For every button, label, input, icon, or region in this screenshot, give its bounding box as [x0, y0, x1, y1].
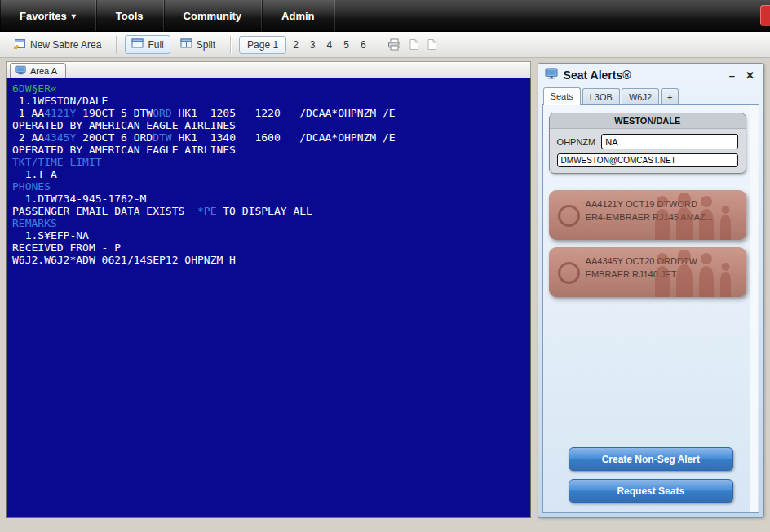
- page-tab-2[interactable]: 2: [288, 37, 303, 53]
- notification-badge: [760, 5, 770, 26]
- toolbar-separator: [116, 36, 117, 54]
- terminal-line: 1.DTW734-945-1762-M: [12, 193, 524, 205]
- new-window-icon: [13, 38, 26, 51]
- application-window: Favorites▾ToolsCommunityAdmin New Sabre …: [0, 0, 770, 532]
- terminal-line: PHONES: [12, 180, 524, 193]
- monitor-icon: [15, 65, 26, 77]
- seat-alert-card[interactable]: AA4345Y OCT20 ORDDTWEMBRAER RJ140 JET: [549, 247, 746, 297]
- menu-items: Favorites▾ToolsCommunityAdmin: [0, 0, 335, 31]
- menu-item-tools[interactable]: Tools: [96, 0, 164, 31]
- menu-item-admin[interactable]: Admin: [262, 0, 334, 31]
- page-tabs: Page 123456: [239, 36, 370, 54]
- seat-alerts-panel: Seat Alerts® – ✕ SeatsL3OBW6J2+ WESTON/D…: [538, 63, 764, 518]
- terminal-area: Area A 6DW§ER« 1.1WESTON/DALE 1 AA4121Y …: [6, 61, 531, 518]
- tab-w6j2[interactable]: W6J2: [622, 88, 659, 104]
- seat-alert-card[interactable]: AA4121Y OCT19 DTWORDER4-EMBRAER RJ145 AM…: [549, 190, 746, 240]
- new-sabre-area-button[interactable]: New Sabre Area: [7, 35, 108, 55]
- split-view-label: Split: [197, 39, 215, 51]
- terminal-line: OPERATED BY AMERICAN EAGLE AIRLINES: [12, 119, 524, 131]
- page-tab-page-1[interactable]: Page 1: [239, 36, 286, 54]
- pnr-box: WESTON/DALE OHPNZM: [549, 113, 746, 174]
- page-tab-5[interactable]: 5: [339, 37, 354, 53]
- page-tab-3[interactable]: 3: [305, 37, 321, 53]
- terminal-line: OPERATED BY AMERICAN EAGLE AIRLINES: [12, 144, 524, 156]
- main-content: Area A 6DW§ER« 1.1WESTON/DALE 1 AA4121Y …: [0, 58, 770, 518]
- terminal-line: TKT/TIME LIMIT: [12, 156, 524, 168]
- terminal-line: 2 AA4345Y 20OCT 6 ORDDTW HK1 1340 1600 /…: [12, 131, 524, 144]
- toolbar-separator: [230, 36, 231, 54]
- toolbar: New Sabre Area Full Split Page 123456: [0, 32, 770, 58]
- scrollbar[interactable]: [750, 106, 758, 512]
- terminal-line: 1 AA4121Y 19OCT 5 DTWORD HK1 1205 1220 /…: [12, 107, 524, 119]
- panel-buttons: Create Non-Seg Alert Request Seats: [549, 447, 753, 506]
- email-input[interactable]: [557, 153, 738, 167]
- terminal-line: 6DW§ER«: [12, 82, 524, 95]
- minimize-button[interactable]: –: [727, 69, 737, 82]
- alert-radio-circle[interactable]: [558, 205, 580, 227]
- terminal-tab-label: Area A: [30, 66, 57, 76]
- terminal-line: REMARKS: [12, 217, 524, 229]
- toolbar-icons: [387, 38, 437, 51]
- terminal-line: 1.1WESTON/DALE: [12, 95, 524, 107]
- record-locator: OHPNZM: [557, 137, 596, 147]
- panel-tabs: SeatsL3OBW6J2+: [538, 85, 763, 104]
- tab-area-a[interactable]: Area A: [10, 63, 66, 78]
- page-tab-4[interactable]: 4: [322, 37, 338, 53]
- printer-icon[interactable]: [387, 38, 401, 51]
- terminal-line: 1.S¥EFP-NA: [12, 229, 524, 242]
- tab-l3ob[interactable]: L3OB: [582, 88, 620, 104]
- new-sabre-area-label: New Sabre Area: [30, 39, 101, 51]
- pnr-field-input[interactable]: [601, 134, 738, 149]
- menu-item-favorites[interactable]: Favorites▾: [0, 0, 96, 31]
- top-menu-bar: Favorites▾ToolsCommunityAdmin: [0, 0, 770, 32]
- close-icon[interactable]: ✕: [743, 69, 757, 82]
- family-silhouette-icon: [648, 248, 745, 297]
- terminal-screen[interactable]: 6DW§ER« 1.1WESTON/DALE 1 AA4121Y 19OCT 5…: [6, 78, 531, 518]
- chevron-down-icon: ▾: [72, 11, 76, 20]
- alert-list: AA4121Y OCT19 DTWORDER4-EMBRAER RJ145 AM…: [549, 190, 746, 297]
- full-view-button[interactable]: Full: [125, 35, 170, 54]
- panel-header: Seat Alerts® – ✕: [538, 64, 763, 85]
- terminal-line: W6J2.W6J2*ADW 0621/14SEP12 OHPNZM H: [12, 254, 524, 266]
- passenger-name: WESTON/DALE: [550, 113, 746, 129]
- page-tab-6[interactable]: 6: [356, 37, 371, 53]
- monitor-icon: [545, 68, 558, 82]
- family-silhouette-icon: [648, 191, 745, 240]
- terminal-tab-strip: Area A: [6, 61, 531, 78]
- full-window-icon: [131, 38, 144, 51]
- menu-item-label: Tools: [116, 10, 144, 22]
- alert-radio-circle[interactable]: [558, 262, 580, 284]
- request-seats-button[interactable]: Request Seats: [569, 479, 733, 503]
- terminal-line: RECEIVED FROM - P: [12, 242, 524, 254]
- split-view-button[interactable]: Split: [174, 35, 222, 54]
- split-window-icon: [180, 38, 192, 51]
- menu-item-community[interactable]: Community: [164, 0, 263, 31]
- tab-add[interactable]: +: [661, 88, 679, 104]
- panel-body: WESTON/DALE OHPNZM AA4121Y OCT19 DTWORDE…: [542, 104, 759, 513]
- create-non-seg-alert-button[interactable]: Create Non-Seg Alert: [569, 447, 733, 471]
- tab-seats[interactable]: Seats: [543, 87, 581, 105]
- pnr-row: OHPNZM: [550, 129, 746, 149]
- menu-item-label: Favorites: [20, 10, 67, 22]
- menu-item-label: Admin: [281, 10, 314, 22]
- panel-title: Seat Alerts®: [564, 69, 721, 82]
- menu-item-label: Community: [184, 10, 242, 22]
- copy-icon[interactable]: [409, 38, 419, 51]
- paste-icon[interactable]: [427, 38, 437, 51]
- terminal-line: 1.T-A: [12, 168, 524, 180]
- terminal-line: PASSENGER EMAIL DATA EXISTS *PE TO DISPL…: [12, 205, 524, 217]
- full-view-label: Full: [148, 39, 163, 51]
